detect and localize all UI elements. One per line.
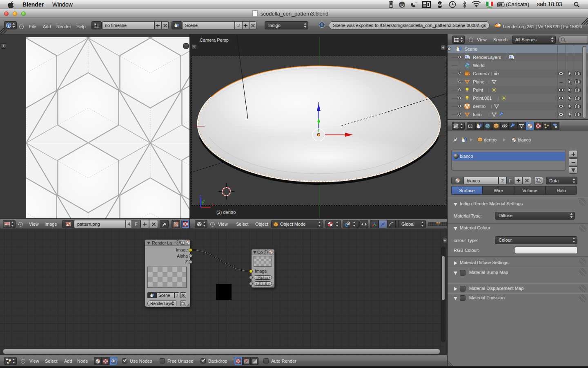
svg-text:y: y [203,198,205,203]
svg-text:atel: atel [415,2,417,4]
svg-text:Q: Q [400,2,404,7]
svg-text:z: z [199,194,201,198]
svg-text:x: x [212,202,214,207]
svg-text:PRO: PRO [488,6,493,8]
